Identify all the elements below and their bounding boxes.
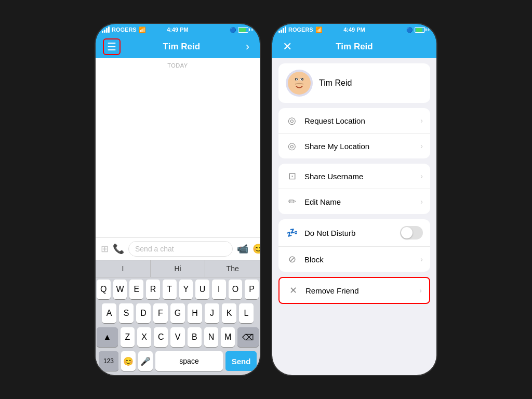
menu-label-share-username: Share Username xyxy=(304,172,414,181)
nav-bar-right: ✕ Tim Reid xyxy=(272,35,436,58)
nav-bar-left: ☰ Tim Reid › xyxy=(96,35,260,58)
key-m[interactable]: M xyxy=(221,327,235,347)
svg-point-5 xyxy=(297,79,298,80)
nav-title-right: Tim Reid xyxy=(295,42,414,52)
key-u[interactable]: U xyxy=(195,280,209,299)
key-g[interactable]: G xyxy=(170,303,185,323)
key-f[interactable]: F xyxy=(153,303,168,323)
key-o[interactable]: O xyxy=(229,280,243,299)
nav-chevron-right[interactable]: › xyxy=(243,39,252,55)
profile-card[interactable]: Tim Reid xyxy=(278,63,430,103)
sticker-icon[interactable]: ⊞ xyxy=(101,243,109,255)
signal-icon xyxy=(102,26,110,33)
menu-button[interactable]: ☰ xyxy=(103,38,121,55)
menu-item-share-username[interactable]: ⊡ Share Username › xyxy=(278,164,430,189)
chat-area: TODAY ⊞ 📞 📹 😊 I Hi The Q W E R T Y U xyxy=(96,58,260,375)
charging-icon: + xyxy=(250,27,254,33)
key-t[interactable]: T xyxy=(163,280,177,299)
key-mic[interactable]: 🎤 xyxy=(138,351,153,371)
chat-input[interactable] xyxy=(128,241,233,257)
key-shift[interactable]: ▲ xyxy=(97,327,118,347)
key-s[interactable]: S xyxy=(119,303,134,323)
keyboard-row-2: A S D F G H J K L xyxy=(97,303,259,323)
chevron-icon-share-location: › xyxy=(420,142,423,150)
key-r[interactable]: R xyxy=(146,280,160,299)
keyboard-row-3: ▲ Z X C V B N M ⌫ xyxy=(97,327,259,347)
bluetooth-icon: 🔵 xyxy=(230,27,236,33)
keyboard-suggestions: I Hi The xyxy=(96,260,260,277)
key-a[interactable]: A xyxy=(102,303,116,323)
suggestion-hi[interactable]: Hi xyxy=(151,260,206,277)
wifi-icon-right: 📶 xyxy=(315,26,323,33)
key-q[interactable]: Q xyxy=(97,280,111,299)
emoji-icon[interactable]: 😊 xyxy=(252,243,261,255)
key-v[interactable]: V xyxy=(170,327,184,347)
key-d[interactable]: D xyxy=(136,303,151,323)
menu-label-request-location: Request Location xyxy=(304,116,414,125)
keyboard-row-1: Q W E R T Y U I O P xyxy=(97,280,259,299)
key-emoji[interactable]: 😊 xyxy=(121,351,136,371)
avatar xyxy=(286,70,313,97)
key-n[interactable]: N xyxy=(204,327,218,347)
key-p[interactable]: P xyxy=(245,280,259,299)
key-w[interactable]: W xyxy=(113,280,127,299)
remove-friend-icon: ✕ xyxy=(287,285,299,296)
edit-icon: ✏ xyxy=(286,196,298,207)
menu-section-settings: 💤 Do Not Disturb ⊘ Block › xyxy=(278,219,430,272)
menu-section-location: ◎ Request Location › ◎ Share My Location… xyxy=(278,108,430,158)
video-icon[interactable]: 📹 xyxy=(237,243,248,255)
menu-label-edit-name: Edit Name xyxy=(304,197,414,206)
location-icon-share: ◎ xyxy=(286,140,298,152)
username-icon: ⊡ xyxy=(286,170,298,182)
menu-item-block[interactable]: ⊘ Block › xyxy=(278,247,430,272)
charging-icon-right: + xyxy=(427,27,430,33)
send-button[interactable]: Send xyxy=(225,351,257,371)
menu-section-user: ⊡ Share Username › ✏ Edit Name › xyxy=(278,164,430,214)
key-e[interactable]: E xyxy=(129,280,143,299)
suggestion-the[interactable]: The xyxy=(205,260,260,277)
key-j[interactable]: J xyxy=(205,303,219,323)
menu-item-share-location[interactable]: ◎ Share My Location › xyxy=(278,134,430,158)
key-backspace[interactable]: ⌫ xyxy=(237,327,259,347)
key-i[interactable]: I xyxy=(212,280,226,299)
status-right-right: 🔵 + xyxy=(406,27,430,33)
menu-item-remove-friend[interactable]: ✕ Remove Friend › xyxy=(278,277,430,304)
key-y[interactable]: Y xyxy=(179,280,193,299)
nav-title-left: Tim Reid xyxy=(121,42,243,52)
menu-item-request-location[interactable]: ◎ Request Location › xyxy=(278,108,430,134)
time-label: 4:49 PM xyxy=(167,26,189,33)
key-space[interactable]: space xyxy=(155,351,223,371)
menu-content: Tim Reid ◎ Request Location › ◎ Share My… xyxy=(272,58,436,375)
status-right: 🔵 + xyxy=(230,27,254,33)
key-k[interactable]: K xyxy=(222,303,236,323)
key-h[interactable]: H xyxy=(188,303,202,323)
chat-messages xyxy=(96,73,260,237)
bluetooth-icon-right: 🔵 xyxy=(406,27,413,33)
key-l[interactable]: L xyxy=(239,303,254,323)
key-123[interactable]: 123 xyxy=(99,351,118,371)
left-phone: ROGERS 📶 4:49 PM 🔵 + ☰ Tim Reid › TODAY … xyxy=(95,23,261,376)
status-bar-left: ROGERS 📶 4:49 PM 🔵 + xyxy=(96,24,260,35)
key-x[interactable]: X xyxy=(137,327,151,347)
chevron-icon-block: › xyxy=(420,255,423,263)
status-bar-right: ROGERS 📶 4:49 PM 🔵 + xyxy=(272,24,436,35)
key-b[interactable]: B xyxy=(188,327,202,347)
svg-point-6 xyxy=(301,79,302,80)
key-z[interactable]: Z xyxy=(121,327,135,347)
phone-icon[interactable]: 📞 xyxy=(113,243,124,255)
keyboard: Q W E R T Y U I O P A S D F G H J K L xyxy=(96,277,260,375)
suggestion-i[interactable]: I xyxy=(96,260,151,277)
menu-item-dnd[interactable]: 💤 Do Not Disturb xyxy=(278,219,430,247)
menu-label-share-location: Share My Location xyxy=(304,142,414,151)
menu-label-remove-friend: Remove Friend xyxy=(305,286,413,295)
close-button[interactable]: ✕ xyxy=(280,39,295,55)
chat-input-bar: ⊞ 📞 📹 😊 xyxy=(96,237,260,260)
profile-name: Tim Reid xyxy=(319,78,352,88)
chat-date: TODAY xyxy=(96,58,260,73)
key-c[interactable]: C xyxy=(154,327,168,347)
dnd-toggle[interactable] xyxy=(400,226,423,240)
right-phone: ROGERS 📶 4:49 PM 🔵 + ✕ Tim Reid xyxy=(271,23,437,376)
chevron-icon-remove-friend: › xyxy=(419,286,422,295)
menu-label-block: Block xyxy=(304,255,414,264)
menu-item-edit-name[interactable]: ✏ Edit Name › xyxy=(278,189,430,214)
